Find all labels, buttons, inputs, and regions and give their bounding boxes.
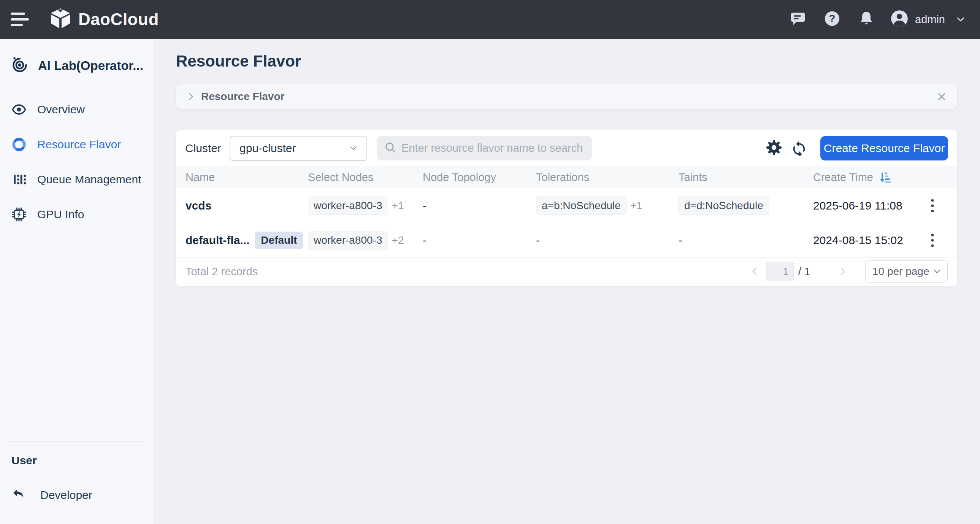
more-count: +2: [392, 234, 404, 247]
collapse-bar: Resource Flavor: [176, 84, 957, 109]
flavor-name: vcds: [186, 199, 212, 212]
gear-icon: [765, 139, 783, 158]
node-topology-value: -: [423, 199, 426, 212]
chevron-down-icon: [932, 266, 942, 276]
avatar: [890, 9, 909, 30]
refresh-icon: [790, 139, 808, 158]
node-topology-value: -: [423, 234, 426, 247]
table-footer: Total 2 records / 1 10 per page: [176, 258, 957, 285]
gpu-chip-icon: [11, 207, 27, 222]
page-total: / 1: [798, 265, 810, 278]
reply-arrow-icon: [11, 487, 26, 504]
cluster-select[interactable]: gpu-cluster: [230, 136, 367, 161]
table-row[interactable]: vcds worker-a800-3 +1 - a=b:NoSchedule +…: [176, 188, 957, 223]
node-tag: worker-a800-3: [308, 232, 388, 250]
sidebar-item-label: Overview: [37, 103, 85, 116]
tolerations-value: -: [536, 234, 540, 247]
sidebar-item-label: Resource Flavor: [37, 138, 121, 151]
column-header-taints: Taints: [679, 171, 813, 184]
top-header: DaoCloud ?: [0, 0, 980, 39]
sort-descending-icon[interactable]: [878, 170, 893, 185]
sidebar-divider: [6, 93, 145, 93]
workspace-switcher[interactable]: AI Lab(Operator...: [0, 53, 154, 79]
previous-page-button[interactable]: [748, 265, 761, 278]
user-section-label: User: [0, 452, 154, 468]
hamburger-menu-button[interactable]: [11, 8, 33, 30]
column-header-node-topology: Node Topology: [423, 171, 536, 184]
node-tag: worker-a800-3: [308, 197, 388, 215]
username: admin: [915, 13, 945, 26]
refresh-button[interactable]: [789, 139, 809, 158]
notifications-button[interactable]: [856, 9, 877, 30]
column-header-name: Name: [186, 171, 308, 184]
default-badge: Default: [255, 232, 303, 249]
chat-icon: [789, 10, 806, 29]
expand-chevron-icon[interactable]: [186, 92, 196, 102]
per-page-value: 10 per page: [872, 265, 929, 277]
per-page-select[interactable]: 10 per page: [865, 261, 948, 282]
create-resource-flavor-button[interactable]: Create Resource Flavor: [820, 136, 948, 161]
create-time-label: Create Time: [813, 171, 873, 184]
more-count: +1: [630, 200, 643, 212]
queue-icon: [11, 172, 27, 187]
sidebar: AI Lab(Operator... Overview: [0, 39, 154, 524]
row-actions-kebab-icon[interactable]: [924, 195, 941, 217]
taints-value: -: [679, 234, 682, 247]
column-header-select-nodes: Select Nodes: [308, 171, 423, 184]
resource-flavor-card: Cluster gpu-cluster: [176, 130, 957, 286]
brand-name: DaoCloud: [78, 10, 159, 29]
pagination: / 1 10 per page: [748, 261, 948, 282]
help-button[interactable]: ?: [821, 9, 843, 30]
sidebar-menu: Overview Resource Flavor: [0, 98, 154, 226]
sidebar-item-queue-management[interactable]: Queue Management: [0, 168, 154, 191]
cluster-label: Cluster: [185, 142, 221, 155]
taint-tag: d=d:NoSchedule: [679, 197, 769, 215]
sidebar-divider: [6, 441, 145, 442]
chevron-down-icon: [955, 14, 966, 25]
create-time-value: 2024-08-15 15:02: [813, 234, 903, 247]
user-menu[interactable]: admin: [890, 9, 966, 30]
chevron-down-icon: [348, 143, 359, 154]
sidebar-bottom: User Developer: [0, 441, 154, 524]
next-page-button[interactable]: [836, 265, 849, 278]
page-number-input[interactable]: [766, 262, 794, 281]
messages-button[interactable]: [787, 9, 808, 30]
sidebar-item-gpu-info[interactable]: GPU Info: [0, 203, 154, 226]
table-row[interactable]: default-fla... Default worker-a800-3 +2 …: [176, 223, 957, 258]
flavor-name: default-fla...: [186, 234, 249, 247]
create-time-value: 2025-06-19 11:08: [813, 199, 902, 212]
flavor-pinwheel-icon: [11, 137, 27, 153]
ai-lab-icon: [10, 55, 30, 76]
sidebar-item-developer[interactable]: Developer: [0, 487, 154, 503]
collapse-bar-label: Resource Flavor: [201, 91, 284, 103]
eye-icon: [11, 102, 27, 118]
cluster-select-value: gpu-cluster: [240, 142, 296, 155]
sidebar-item-label: Queue Management: [37, 173, 142, 186]
more-count: +1: [392, 200, 404, 212]
question-icon: ?: [823, 10, 841, 29]
search-icon: [384, 141, 397, 156]
settings-button[interactable]: [764, 139, 784, 158]
cube-logo-icon: [49, 7, 72, 32]
toolbar: Cluster gpu-cluster: [176, 130, 957, 167]
row-actions-kebab-icon[interactable]: [924, 230, 941, 251]
page-title: Resource Flavor: [176, 52, 957, 71]
sidebar-item-label: Developer: [40, 489, 92, 502]
table-header: Name Select Nodes Node Topology Tolerati…: [176, 167, 957, 188]
bell-icon: [858, 10, 875, 29]
column-header-create-time: Create Time: [813, 170, 917, 185]
search-box: [377, 136, 592, 161]
workspace-label: AI Lab(Operator...: [38, 59, 143, 73]
brand[interactable]: DaoCloud: [49, 7, 159, 32]
sidebar-item-label: GPU Info: [37, 208, 84, 221]
main-content: Resource Flavor Resource Flavor Cluster …: [154, 39, 980, 524]
sidebar-item-overview[interactable]: Overview: [0, 98, 154, 121]
toleration-tag: a=b:NoSchedule: [536, 197, 627, 215]
column-header-tolerations: Tolerations: [536, 171, 679, 184]
search-input[interactable]: [401, 142, 585, 154]
svg-text:?: ?: [829, 13, 835, 24]
close-icon[interactable]: [936, 91, 947, 102]
total-records: Total 2 records: [186, 265, 258, 278]
sidebar-item-resource-flavor[interactable]: Resource Flavor: [0, 133, 154, 156]
